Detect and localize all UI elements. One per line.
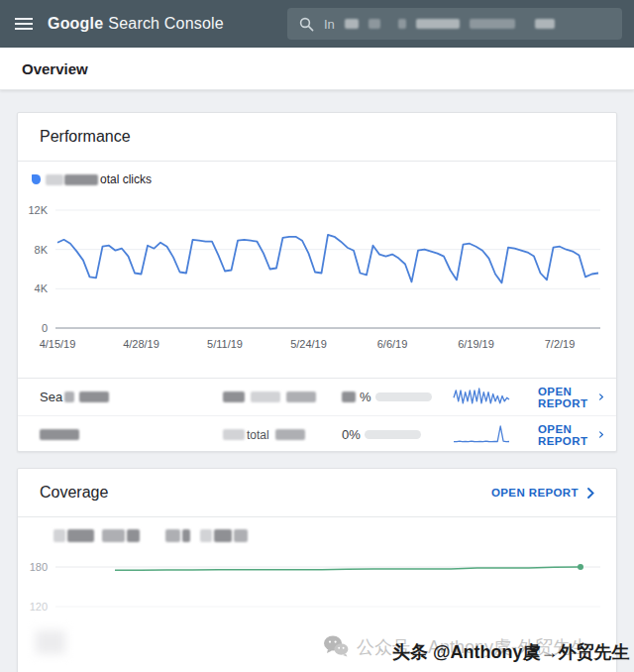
- performance-card-header: Performance: [18, 113, 616, 162]
- open-report-label: OPEN REPORT: [538, 423, 590, 447]
- redacted-legend: [53, 529, 65, 542]
- redacted-legend: [234, 529, 248, 542]
- svg-text:5/11/19: 5/11/19: [207, 338, 243, 350]
- row-label-visible: Sea: [40, 390, 62, 404]
- svg-text:8K: 8K: [35, 244, 49, 256]
- chevron-right-icon: [599, 392, 603, 402]
- redacted-legend-value: [46, 174, 63, 185]
- search-icon: [299, 17, 314, 32]
- hamburger-icon: [15, 23, 33, 25]
- svg-text:4/15/19: 4/15/19: [40, 338, 76, 350]
- open-report-link[interactable]: OPEN REPORT: [538, 386, 603, 409]
- redacted-legend-value: [64, 174, 98, 185]
- coverage-card: Coverage OPEN REPORT: [17, 468, 617, 672]
- total-clicks-legend-chip[interactable]: otal clicks: [32, 171, 616, 187]
- hamburger-menu-button[interactable]: [0, 0, 48, 48]
- redacted-search-text: [398, 19, 406, 29]
- redacted-value: [223, 429, 245, 440]
- svg-text:6/19/19: 6/19/19: [458, 338, 494, 350]
- performance-card: Performance otal clicks 12K8K4K04/15/194…: [17, 112, 617, 452]
- performance-card-title: Performance: [40, 128, 131, 146]
- redacted-value: [275, 429, 305, 440]
- coverage-card-title: Coverage: [40, 484, 108, 502]
- performance-chart: 12K8K4K04/15/194/28/195/11/195/24/196/6/…: [18, 187, 616, 368]
- row-sparkline: [453, 386, 538, 409]
- redacted-search-text: [470, 19, 515, 29]
- redacted-search-text: [416, 19, 460, 29]
- chevron-right-icon: [587, 488, 594, 499]
- coverage-legend-chip[interactable]: [53, 529, 140, 542]
- svg-text:4/28/19: 4/28/19: [123, 338, 159, 350]
- percent-label: 0%: [342, 427, 361, 442]
- discover-sparkline-chart: [453, 423, 510, 447]
- redacted-value: [251, 392, 280, 402]
- row-values: total: [223, 428, 342, 442]
- app-logo: GoogleSearch Console: [48, 15, 224, 33]
- redacted-axis-label: [36, 630, 65, 654]
- page-title-bar: Overview: [0, 48, 634, 90]
- coverage-card-header: Coverage OPEN REPORT: [18, 469, 616, 517]
- search-sparkline-chart: [453, 386, 510, 409]
- svg-text:12K: 12K: [28, 204, 48, 216]
- overview-content: Performance otal clicks 12K8K4K04/15/194…: [0, 90, 634, 672]
- svg-text:6/6/19: 6/6/19: [377, 338, 408, 350]
- url-inspection-search-input[interactable]: In: [287, 8, 622, 40]
- redacted-label: [40, 429, 79, 440]
- redacted-legend: [182, 529, 190, 542]
- redacted-legend: [200, 529, 212, 542]
- top-app-bar: GoogleSearch Console In: [0, 0, 634, 48]
- progress-bar: [375, 392, 432, 401]
- chevron-right-icon: [599, 429, 603, 440]
- redacted-value: [223, 392, 245, 402]
- legend-color-swatch: [32, 174, 41, 184]
- page-title: Overview: [22, 60, 88, 77]
- redacted-label: [64, 392, 74, 402]
- search-results-row: Sea % OPEN REPORT: [18, 379, 616, 415]
- open-report-label: OPEN REPORT: [538, 386, 590, 409]
- open-report-link[interactable]: OPEN REPORT: [538, 423, 603, 447]
- app-logo-product: Search Console: [108, 15, 224, 32]
- redacted-search-text: [369, 19, 380, 29]
- coverage-legend: [53, 529, 616, 542]
- svg-text:120: 120: [30, 601, 48, 613]
- redacted-legend: [127, 529, 140, 542]
- search-text-visible: In: [324, 17, 335, 32]
- svg-text:180: 180: [30, 561, 48, 573]
- redacted-value: [286, 392, 316, 402]
- report-rows: Sea % OPEN REPORT: [18, 378, 616, 452]
- row-sparkline: [453, 423, 538, 447]
- svg-text:5/24/19: 5/24/19: [290, 338, 327, 350]
- redacted-legend: [214, 529, 232, 542]
- redacted-legend: [102, 529, 125, 542]
- open-report-label: OPEN REPORT: [491, 487, 579, 499]
- app-logo-google: Google: [48, 15, 103, 32]
- discover-row: total 0% OPEN REPORT: [18, 415, 616, 452]
- row-values: [223, 392, 342, 402]
- progress-bar: [365, 430, 421, 439]
- svg-text:0: 0: [42, 322, 48, 334]
- row-label: Sea: [40, 390, 223, 404]
- redacted-percent: [342, 392, 356, 402]
- row-label: [40, 429, 223, 440]
- redacted-legend: [67, 529, 94, 542]
- row-percent-cell: %: [342, 390, 453, 404]
- redacted-search-text: [535, 19, 555, 29]
- coverage-legend-chip[interactable]: [165, 529, 248, 542]
- open-report-link[interactable]: OPEN REPORT: [491, 487, 594, 499]
- svg-text:7/2/19: 7/2/19: [545, 338, 576, 350]
- redacted-label: [79, 392, 109, 402]
- legend-label: otal clicks: [100, 172, 152, 186]
- percent-label: %: [360, 390, 371, 404]
- total-label: total: [247, 428, 269, 442]
- coverage-chart: 180120: [18, 548, 616, 672]
- redacted-search-text: [345, 19, 359, 29]
- row-percent-cell: 0%: [342, 427, 453, 442]
- redacted-legend: [165, 529, 180, 542]
- svg-text:4K: 4K: [35, 282, 49, 294]
